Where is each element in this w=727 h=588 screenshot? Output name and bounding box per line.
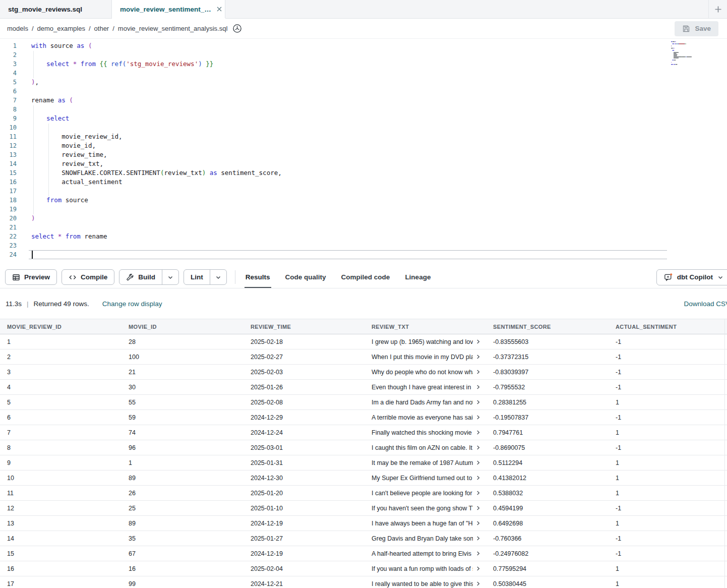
cell-review-time: 2025-02-08 — [244, 399, 365, 406]
code-text: from source — [23, 196, 88, 205]
chevron-down-icon — [167, 274, 173, 280]
review-text: I really wanted to be able to give this … — [372, 580, 473, 587]
code-editor[interactable]: 1with source as (23 select * from {{ ref… — [0, 39, 727, 266]
cell-review-txt: I grew up (b. 1965) watching and lovin… — [365, 338, 486, 345]
tab-code-quality[interactable]: Code quality — [278, 266, 334, 288]
tab-lineage[interactable]: Lineage — [397, 266, 438, 288]
save-button[interactable]: Save — [675, 21, 718, 36]
code-line[interactable]: 17 — [0, 187, 727, 196]
cell-sentiment-score: -0.83039397 — [486, 369, 609, 376]
code-icon — [69, 273, 77, 281]
copilot-explain-icon[interactable] — [232, 24, 242, 33]
cell-movie-id: 21 — [122, 369, 244, 376]
expand-review-icon[interactable] — [475, 505, 481, 511]
preview-button[interactable]: Preview — [5, 269, 57, 285]
download-csv-link[interactable]: Download CSV — [684, 300, 727, 308]
expand-review-icon[interactable] — [475, 339, 481, 344]
breadcrumb-other[interactable]: other — [94, 25, 109, 32]
cell-review-txt: I really wanted to be able to give this … — [365, 580, 486, 587]
code-line[interactable]: 3 select * from {{ ref('stg_movie_review… — [0, 60, 727, 69]
code-text — [23, 241, 31, 250]
breadcrumb-demo-examples[interactable]: demo_examples — [37, 25, 85, 32]
tab-results[interactable]: Results — [238, 266, 278, 288]
code-line[interactable]: 16 actual_sentiment — [0, 178, 727, 187]
table-row: 10892024-12-30My Super Ex Girlfriend tur… — [0, 471, 727, 486]
line-number: 5 — [0, 78, 23, 87]
code-line[interactable]: 13 review_time, — [0, 150, 727, 159]
code-line[interactable]: 5), — [0, 78, 727, 87]
lint-button[interactable]: Lint — [184, 270, 210, 284]
code-text: actual_sentiment — [23, 178, 123, 187]
cell-actual-sentiment: -1 — [609, 505, 727, 512]
code-line[interactable]: 24 — [0, 250, 727, 259]
close-icon[interactable] — [216, 6, 222, 12]
code-line[interactable]: 19 — [0, 205, 727, 214]
lint-options-button[interactable] — [210, 270, 226, 284]
code-text: movie_id, — [23, 141, 96, 150]
cell-review-txt: If you want a fun romp with loads of s… — [365, 565, 486, 572]
expand-review-icon[interactable] — [475, 399, 481, 405]
breadcrumb-models[interactable]: models — [7, 25, 28, 32]
code-line[interactable]: 10 — [0, 123, 727, 132]
results-table: MOVIE_REVIEW_IDMOVIE_IDREVIEW_TIMEREVIEW… — [0, 319, 727, 588]
cell-movie-id: 59 — [122, 414, 244, 421]
cell-review-txt: Im a die hard Dads Army fan and nothi… — [365, 399, 486, 406]
expand-review-icon[interactable] — [475, 490, 481, 496]
code-text — [23, 123, 31, 132]
cell-movie-review-id: 11 — [0, 490, 122, 497]
expand-review-icon[interactable] — [475, 460, 481, 465]
expand-review-icon[interactable] — [475, 415, 481, 420]
expand-review-icon[interactable] — [475, 445, 481, 450]
code-line[interactable]: 15 SNOWFLAKE.CORTEX.SENTIMENT(review_txt… — [0, 168, 727, 178]
expand-review-icon[interactable] — [475, 384, 481, 390]
query-duration: 11.3s — [6, 300, 22, 308]
table-row: 11262025-01-20I can't believe people are… — [0, 486, 727, 501]
line-number: 6 — [0, 87, 23, 96]
expand-review-icon[interactable] — [475, 520, 481, 526]
table-row: 21002025-02-27When I put this movie in m… — [0, 349, 727, 365]
code-line[interactable]: 23 — [0, 241, 727, 250]
code-line[interactable]: 20) — [0, 214, 727, 223]
build-options-button[interactable] — [162, 270, 178, 284]
expand-review-icon[interactable] — [475, 581, 481, 586]
tab-stg-movie-reviews[interactable]: stg_movie_reviews.sql — [0, 0, 112, 18]
expand-review-icon[interactable] — [475, 430, 481, 435]
new-tab-button[interactable] — [708, 0, 727, 18]
change-row-display-link[interactable]: Change row display — [102, 300, 162, 308]
editor-minimap[interactable] — [670, 40, 704, 69]
compile-button[interactable]: Compile — [62, 269, 114, 285]
code-line[interactable]: 4 — [0, 69, 727, 78]
cell-review-txt: I can't believe people are looking for a… — [365, 490, 486, 497]
cell-review-time: 2024-12-21 — [244, 580, 365, 587]
code-line[interactable]: 7rename as ( — [0, 96, 727, 105]
expand-review-icon[interactable] — [475, 551, 481, 556]
code-line[interactable]: 1with source as ( — [0, 41, 727, 50]
save-icon — [682, 25, 690, 33]
code-line[interactable]: 11 movie_review_id, — [0, 132, 727, 141]
code-line[interactable]: 8 — [0, 105, 727, 114]
compile-label: Compile — [81, 273, 107, 281]
code-line[interactable]: 21 — [0, 223, 727, 232]
cell-actual-sentiment: 1 — [609, 580, 727, 587]
expand-review-icon[interactable] — [475, 566, 481, 571]
build-button[interactable]: Build — [119, 270, 162, 284]
tab-movie-review-sentiment-analysis[interactable]: movie_review_sentiment_… — [112, 0, 225, 18]
expand-review-icon[interactable] — [475, 536, 481, 541]
expand-review-icon[interactable] — [475, 475, 481, 481]
tab-compiled-code[interactable]: Compiled code — [334, 266, 398, 288]
code-line[interactable]: 12 movie_id, — [0, 141, 727, 150]
expand-review-icon[interactable] — [475, 354, 481, 360]
cell-sentiment-score: -0.19507837 — [486, 414, 609, 421]
code-line[interactable]: 6 — [0, 87, 727, 96]
expand-review-icon[interactable] — [475, 369, 481, 375]
code-text: ), — [23, 78, 39, 87]
code-line[interactable]: 14 review_txt, — [0, 159, 727, 168]
dbt-copilot-button[interactable]: dbt Copilot — [656, 269, 727, 285]
code-line[interactable]: 18 from source — [0, 196, 727, 205]
cell-review-txt: A terrible movie as everyone has said. … — [365, 414, 486, 421]
cell-movie-review-id: 6 — [0, 414, 122, 421]
code-line[interactable]: 9 select — [0, 114, 727, 123]
cell-movie-id: 25 — [122, 505, 244, 512]
code-line[interactable]: 2 — [0, 50, 727, 60]
code-line[interactable]: 22select * from rename — [0, 232, 727, 241]
